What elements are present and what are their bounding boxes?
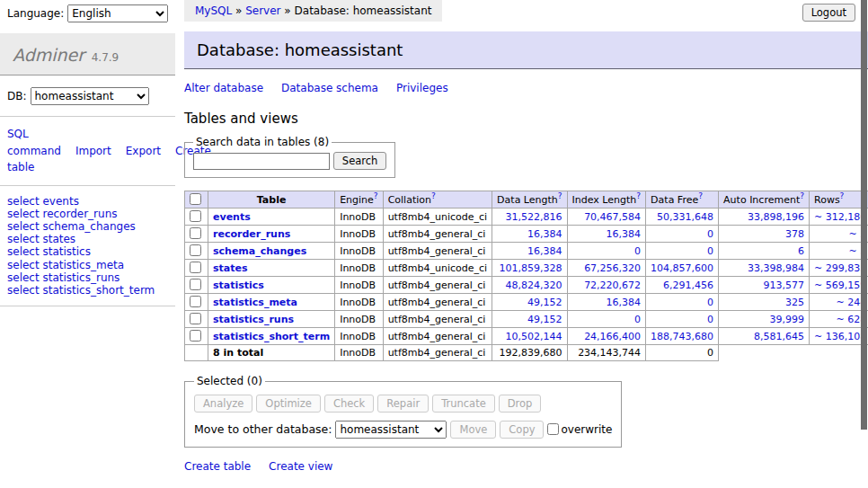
value-link[interactable]: 188,743,680 xyxy=(651,331,713,342)
table-link[interactable]: statistics_short_term xyxy=(213,331,330,342)
value-link[interactable]: 16,384 xyxy=(607,228,642,240)
sidebar-link[interactable]: Import xyxy=(75,145,111,157)
sidebar-link[interactable]: SQL command xyxy=(7,128,61,157)
help-link[interactable]: ? xyxy=(840,194,845,206)
sidebar-select-link[interactable]: select states xyxy=(7,233,168,245)
selected-action-button[interactable]: Check xyxy=(324,395,374,413)
row-checkbox[interactable] xyxy=(190,313,201,324)
value-link[interactable]: 70,467,584 xyxy=(584,211,641,223)
copy-button[interactable]: Copy xyxy=(500,421,544,439)
total-label-cell: 8 in total xyxy=(208,345,335,361)
value-link[interactable]: 101,859,328 xyxy=(500,262,562,274)
value-link[interactable]: 0 xyxy=(707,245,713,257)
value-link[interactable]: 0 xyxy=(707,297,713,308)
row-checkbox[interactable] xyxy=(190,210,201,222)
sidebar-select-link[interactable]: select statistics_runs xyxy=(7,271,168,284)
scrollbar-thumb[interactable] xyxy=(861,0,867,430)
sidebar-select-link[interactable]: select events xyxy=(7,195,168,208)
data-free-cell: 0 xyxy=(646,226,719,243)
value-link[interactable]: 16,384 xyxy=(607,297,642,308)
row-checkbox[interactable] xyxy=(190,244,201,256)
db-action-link[interactable]: Alter database xyxy=(184,82,263,94)
help-link[interactable]: ? xyxy=(558,194,562,206)
value-link[interactable]: 33,398,984 xyxy=(748,262,804,274)
value-link[interactable]: ~ 312,180 xyxy=(814,211,866,223)
help-link[interactable]: ? xyxy=(374,194,378,206)
logout-button[interactable]: Logout xyxy=(802,4,855,22)
db-select[interactable]: homeassistant xyxy=(31,87,149,105)
value-link[interactable]: 16,384 xyxy=(527,245,562,257)
value-link[interactable]: ~ 569,159 xyxy=(814,279,866,291)
selected-action-button[interactable]: Analyze xyxy=(194,395,252,413)
selected-action-button[interactable]: Optimize xyxy=(256,395,321,413)
value-link[interactable]: 39,999 xyxy=(770,314,805,325)
value-link[interactable]: 0 xyxy=(634,314,641,325)
value-link[interactable]: 50,331,648 xyxy=(657,211,713,223)
value-link[interactable]: 0 xyxy=(707,228,713,240)
select-all-checkbox[interactable] xyxy=(190,193,201,205)
search-input[interactable] xyxy=(193,153,330,170)
value-link[interactable]: 325 xyxy=(785,297,804,308)
sidebar-select-link[interactable]: select statistics xyxy=(7,245,168,258)
selected-action-button[interactable]: Truncate xyxy=(432,395,495,413)
value-link[interactable]: 6 xyxy=(798,245,804,257)
help-link[interactable]: ? xyxy=(636,194,641,206)
table-link[interactable]: states xyxy=(213,262,248,274)
value-link[interactable]: 67,256,320 xyxy=(584,262,641,274)
row-checkbox[interactable] xyxy=(190,279,201,290)
table-link[interactable]: events xyxy=(213,211,251,223)
total-engine-cell: InnoDB xyxy=(335,345,383,361)
db-action-link[interactable]: Database schema xyxy=(281,82,378,94)
value-link[interactable]: 378 xyxy=(785,228,804,240)
table-link[interactable]: recorder_runs xyxy=(213,228,290,240)
value-link[interactable]: ~ 299,833 xyxy=(814,262,866,274)
value-link[interactable]: 48,824,320 xyxy=(506,279,562,291)
search-button[interactable]: Search xyxy=(333,152,387,170)
value-link[interactable]: 0 xyxy=(634,245,641,257)
help-link[interactable]: ? xyxy=(800,194,804,206)
value-link[interactable]: 0 xyxy=(707,314,713,325)
table-link[interactable]: schema_changes xyxy=(213,245,306,257)
create-link[interactable]: Create view xyxy=(269,460,332,473)
table-link[interactable]: statistics xyxy=(213,279,264,291)
value-link[interactable]: 10,502,144 xyxy=(506,331,562,342)
help-link[interactable]: ? xyxy=(431,194,436,206)
value-link[interactable]: 913,577 xyxy=(764,279,805,291)
row-checkbox[interactable] xyxy=(190,262,201,273)
engine-cell: InnoDB xyxy=(335,226,383,243)
move-db-select[interactable]: homeassistant xyxy=(335,421,447,439)
sidebar-select-link[interactable]: select statistics_meta xyxy=(7,259,168,271)
table-link[interactable]: statistics_meta xyxy=(213,297,297,308)
value-link[interactable]: 49,152 xyxy=(527,297,562,308)
value-link[interactable]: 8,581,645 xyxy=(754,331,804,342)
sidebar-link[interactable]: Export xyxy=(126,145,161,157)
overwrite-checkbox[interactable] xyxy=(547,423,559,435)
value-link[interactable]: 24,166,400 xyxy=(584,331,641,342)
value-link[interactable]: 49,152 xyxy=(527,314,562,325)
value-link[interactable]: ~ 136,108 xyxy=(814,331,866,342)
row-checkbox[interactable] xyxy=(190,330,201,342)
db-action-link[interactable]: Privileges xyxy=(396,82,448,94)
selected-action-button[interactable]: Drop xyxy=(499,395,542,413)
breadcrumb-link[interactable]: Server xyxy=(245,4,280,17)
create-links: Create tableCreate view xyxy=(184,460,868,473)
row-checkbox[interactable] xyxy=(190,296,201,307)
language-select[interactable]: English xyxy=(67,4,168,22)
help-link[interactable]: ? xyxy=(698,194,703,206)
value-link[interactable]: 33,898,196 xyxy=(748,211,804,223)
sidebar-select-link[interactable]: select statistics_short_term xyxy=(7,284,168,297)
sidebar-select-link[interactable]: select schema_changes xyxy=(7,220,168,233)
app-logo[interactable]: Adminer xyxy=(13,45,84,65)
sidebar-select-link[interactable]: select recorder_runs xyxy=(7,208,168,220)
breadcrumb-link[interactable]: MySQL xyxy=(195,4,232,17)
value-link[interactable]: 104,857,600 xyxy=(651,262,713,274)
value-link[interactable]: 16,384 xyxy=(527,228,562,240)
move-button[interactable]: Move xyxy=(450,421,496,439)
selected-action-button[interactable]: Repair xyxy=(377,395,429,413)
create-link[interactable]: Create table xyxy=(184,460,251,473)
value-link[interactable]: 31,522,816 xyxy=(506,211,562,223)
table-link[interactable]: statistics_runs xyxy=(213,314,294,325)
row-checkbox[interactable] xyxy=(190,227,201,239)
value-link[interactable]: 6,291,456 xyxy=(663,279,713,291)
value-link[interactable]: 72,220,672 xyxy=(584,279,641,291)
